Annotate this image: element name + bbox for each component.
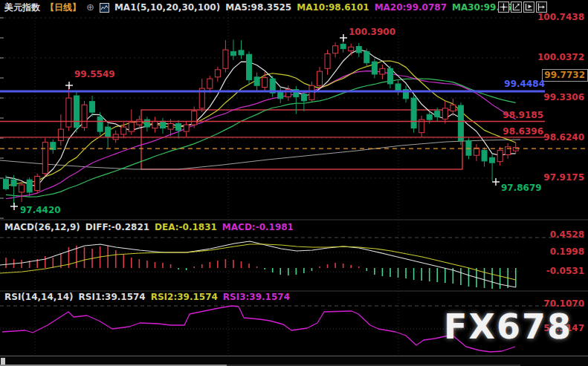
axis-zoom-right-icon[interactable] [523, 1, 534, 13]
axis-corner-handle[interactable] [1, 358, 5, 365]
mini-chart-icon[interactable] [100, 3, 109, 13]
macd-diff-value: DIFF:-0.2821 [85, 222, 149, 232]
period-label[interactable]: 【日线】 [45, 2, 81, 13]
ma-settings-label: MA1(5,10,20,30,100) [114, 2, 220, 13]
pan-icon[interactable] [498, 1, 509, 13]
rsi2-value: RSI2:39.1574 [151, 292, 218, 302]
rsi1-value: RSI1:39.1574 [79, 292, 146, 302]
shift-right-icon[interactable] [536, 1, 547, 13]
ma20-value: MA20:99.0787 [375, 2, 447, 13]
rsi3-value: RSI3:39.1574 [223, 292, 290, 302]
ma10-value: MA10:98.6101 [297, 2, 369, 13]
circled-plus-icon[interactable]: ⊕ [86, 2, 94, 13]
chart-canvas[interactable] [0, 0, 588, 366]
trading-chart-window: 美元指数 【日线】 ⊕ MA1(5,10,20,30,100) MA5:98.3… [0, 0, 588, 366]
rsi-indicator-row: RSI(14,14,14) RSI1:39.1574 RSI2:39.1574 … [4, 292, 290, 302]
macd-value: MACD:-0.1981 [222, 222, 294, 232]
last-price-tag: 99.7732 [542, 69, 588, 82]
rsi-param-label: RSI(14,14,14) [4, 292, 74, 302]
chart-toolbar [498, 1, 547, 13]
macd-dea-value: DEA:-0.1831 [155, 222, 217, 232]
macd-param-label: MACD(26,12,9) [4, 222, 80, 232]
axis-zoom-up-icon[interactable] [511, 1, 522, 13]
chart-header: 美元指数 【日线】 ⊕ MA1(5,10,20,30,100) MA5:98.3… [4, 2, 518, 13]
macd-indicator-row: MACD(26,12,9) DIFF:-0.2821 DEA:-0.1831 M… [4, 222, 294, 232]
symbol-name: 美元指数 [4, 2, 40, 13]
ma5-value: MA5:98.3525 [225, 2, 291, 13]
